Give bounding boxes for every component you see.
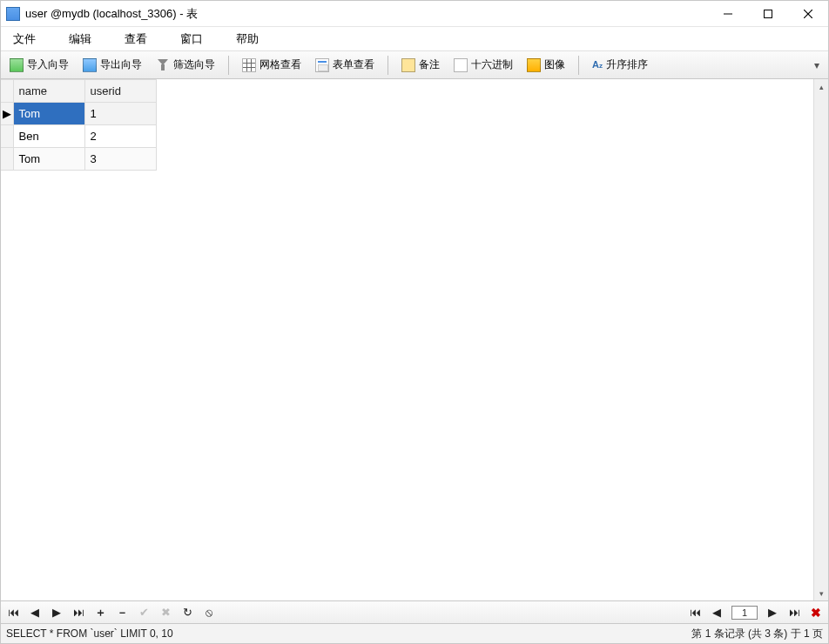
nav-next-button[interactable]: ▶ (50, 606, 64, 619)
hex-button[interactable]: 十六进制 (448, 55, 518, 75)
memo-button[interactable]: 备注 (396, 55, 445, 75)
export-wizard-button[interactable]: 导出向导 (78, 55, 147, 75)
table-row[interactable]: Ben 2 (1, 125, 156, 148)
content-area: name userid ▶ Tom 1 Ben 2 Tom (1, 79, 828, 601)
scroll-down-button[interactable]: ▾ (814, 586, 828, 600)
window-title: user @mydb (localhost_3306) - 表 (25, 6, 198, 22)
title-bar: user @mydb (localhost_3306) - 表 (1, 1, 828, 27)
menu-edit[interactable]: 编辑 (62, 29, 98, 50)
image-label: 图像 (544, 57, 565, 72)
menu-window[interactable]: 窗口 (173, 29, 210, 50)
import-icon (10, 58, 24, 72)
nav-refresh-button[interactable]: ↻ (180, 606, 194, 619)
page-number-input[interactable]: 1 (731, 606, 758, 620)
column-header-userid[interactable]: userid (84, 80, 156, 103)
row-indicator (1, 148, 13, 171)
toolbar-separator (228, 56, 229, 75)
data-grid[interactable]: name userid ▶ Tom 1 Ben 2 Tom (1, 79, 813, 600)
sort-asc-button[interactable]: Az 升序排序 (587, 55, 653, 75)
row-indicator (1, 125, 13, 148)
page-next-button[interactable]: ▶ (765, 606, 779, 619)
column-header-name[interactable]: name (13, 80, 84, 103)
import-label: 导入向导 (27, 57, 69, 72)
cell-name[interactable]: Tom (13, 148, 84, 171)
form-icon (315, 58, 329, 72)
import-wizard-button[interactable]: 导入向导 (4, 55, 74, 75)
menu-file[interactable]: 文件 (6, 29, 43, 50)
hex-label: 十六进制 (471, 57, 513, 72)
export-label: 导出向导 (100, 57, 142, 72)
cell-userid[interactable]: 1 (84, 103, 156, 125)
menu-help[interactable]: 帮助 (229, 29, 266, 50)
grid-icon (242, 58, 256, 72)
window-controls (708, 1, 828, 27)
cell-userid[interactable]: 2 (84, 125, 156, 148)
svg-rect-1 (765, 10, 772, 17)
record-nav-bar: ⏮ ◀ ▶ ⏭ ＋ － ✔ ✖ ↻ ⦸ ⏮ ◀ 1 ▶ ⏭ ✖ (1, 601, 828, 624)
cell-userid[interactable]: 3 (84, 148, 156, 171)
form-view-button[interactable]: 表单查看 (310, 55, 380, 75)
page-last-button[interactable]: ⏭ (787, 606, 801, 619)
memo-icon (401, 58, 415, 72)
minimize-button[interactable] (708, 1, 748, 27)
grid-table: name userid ▶ Tom 1 Ben 2 Tom (1, 79, 157, 171)
nav-last-button[interactable]: ⏭ (71, 606, 85, 619)
panel-close-button[interactable]: ✖ (809, 606, 823, 620)
formview-label: 表单查看 (333, 57, 374, 72)
scroll-track[interactable] (814, 94, 828, 586)
nav-stop-button[interactable]: ⦸ (202, 606, 216, 620)
image-button[interactable]: 图像 (522, 55, 570, 75)
page-prev-button[interactable]: ◀ (710, 606, 724, 619)
toolbar: 导入向导 导出向导 筛选向导 网格查看 表单查看 备注 十六进制 图像 Az 升… (1, 51, 828, 79)
grid-view-button[interactable]: 网格查看 (237, 55, 307, 75)
corner-cell (1, 80, 13, 103)
filter-wizard-button[interactable]: 筛选向导 (151, 55, 220, 75)
table-row[interactable]: Tom 3 (1, 148, 156, 171)
table-row[interactable]: ▶ Tom 1 (1, 103, 156, 125)
scroll-up-button[interactable]: ▴ (814, 79, 828, 94)
nav-cancel-button[interactable]: ✖ (158, 606, 172, 619)
vertical-scrollbar[interactable]: ▴ ▾ (813, 79, 828, 600)
status-bar: SELECT * FROM `user` LIMIT 0, 10 第 1 条记录… (1, 624, 828, 643)
gridview-label: 网格查看 (259, 57, 301, 72)
cell-name[interactable]: Ben (13, 125, 84, 148)
cell-name[interactable]: Tom (13, 103, 84, 125)
status-record-count: 第 1 条记录 (共 3 条) 于 1 页 (691, 627, 823, 641)
menu-bar: 文件 编辑 查看 窗口 帮助 (1, 27, 828, 51)
row-indicator: ▶ (1, 103, 13, 125)
status-sql: SELECT * FROM `user` LIMIT 0, 10 (6, 627, 173, 640)
hex-icon (454, 58, 468, 72)
menu-view[interactable]: 查看 (118, 29, 154, 50)
app-icon (6, 7, 20, 21)
filter-icon (156, 58, 170, 72)
maximize-button[interactable] (748, 1, 788, 27)
nav-prev-button[interactable]: ◀ (28, 606, 42, 619)
sort-label: 升序排序 (606, 57, 648, 72)
nav-first-button[interactable]: ⏮ (6, 606, 20, 619)
sort-icon: Az (592, 58, 603, 72)
page-first-button[interactable]: ⏮ (688, 606, 702, 619)
export-icon (83, 58, 97, 72)
toolbar-overflow[interactable]: ▾ (809, 59, 825, 71)
grid-header-row: name userid (1, 80, 156, 103)
image-icon (527, 58, 541, 72)
nav-add-button[interactable]: ＋ (93, 605, 107, 621)
toolbar-separator (578, 56, 579, 75)
nav-commit-button[interactable]: ✔ (137, 606, 151, 619)
close-button[interactable] (788, 1, 828, 27)
filter-label: 筛选向导 (173, 57, 215, 72)
nav-delete-button[interactable]: － (115, 605, 129, 621)
memo-label: 备注 (419, 57, 440, 72)
toolbar-separator (388, 56, 388, 75)
